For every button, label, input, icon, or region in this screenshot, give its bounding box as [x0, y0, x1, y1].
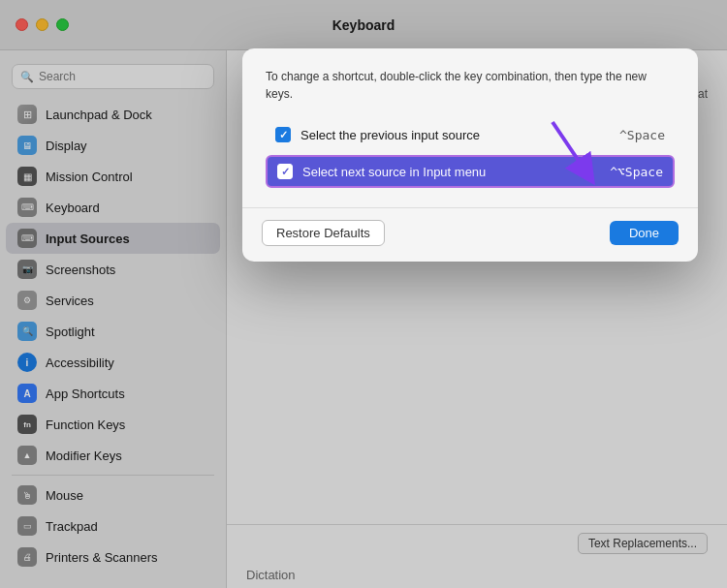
- checkmark-prev: ✓: [279, 129, 288, 141]
- modal-overlay: To change a shortcut, double-click the k…: [0, 0, 727, 588]
- checkmark-next: ✓: [281, 166, 290, 178]
- shortcut-row-prev[interactable]: ✓ Select the previous input source ^Spac…: [266, 118, 675, 151]
- shortcut-label-next: Select next source in Input menu: [302, 165, 610, 179]
- shortcut-checkbox-next[interactable]: ✓: [277, 164, 293, 179]
- modal-body: To change a shortcut, double-click the k…: [242, 48, 698, 207]
- done-button[interactable]: Done: [610, 221, 679, 245]
- shortcut-label-prev: Select the previous input source: [300, 128, 619, 142]
- modal-footer: Restore Defaults Done: [242, 207, 698, 262]
- shortcut-key-prev: ^Space: [619, 128, 665, 142]
- modal-description: To change a shortcut, double-click the k…: [266, 68, 675, 103]
- restore-defaults-button[interactable]: Restore Defaults: [262, 220, 385, 246]
- main-window: Keyboard 🔍 ⊞ Launchpad & Dock 🖥 Display: [0, 0, 727, 588]
- modal-dialog: To change a shortcut, double-click the k…: [242, 48, 698, 262]
- shortcut-key-next: ^⌥Space: [610, 165, 663, 179]
- shortcut-row-next[interactable]: ✓ Select next source in Input menu ^⌥Spa…: [266, 155, 675, 188]
- shortcut-checkbox-prev[interactable]: ✓: [275, 127, 291, 142]
